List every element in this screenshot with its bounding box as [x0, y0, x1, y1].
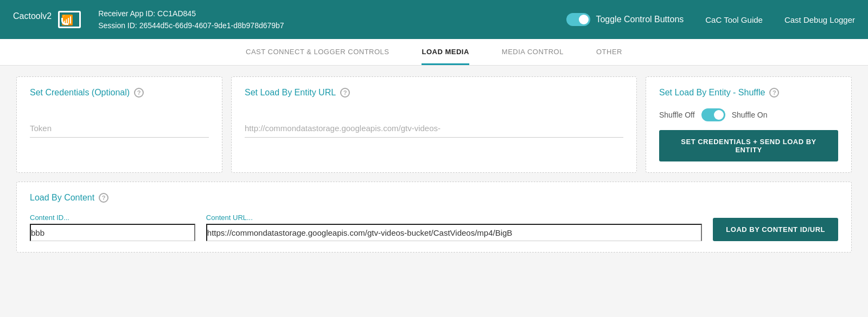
entity-url-card: Set Load By Entity URL ?	[231, 76, 637, 173]
entity-url-title-text: Set Load By Entity URL	[245, 88, 336, 98]
toggle-label: Toggle Control Buttons	[596, 15, 684, 24]
tab-other[interactable]: OTHER	[596, 39, 622, 65]
receiver-label: Receiver App ID:	[98, 9, 155, 18]
toggle-area: Toggle Control Buttons	[566, 13, 684, 26]
credentials-help-icon[interactable]: ?	[134, 88, 144, 98]
header-links: CaC Tool Guide Cast Debug Logger	[705, 15, 855, 24]
session-info: Session ID: 26544d5c-66d9-4607-9de1-d8b9…	[98, 20, 556, 31]
receiver-info: Receiver App ID: CC1AD845	[98, 8, 556, 20]
load-content-row: Content ID... Content URL... LOAD BY CON…	[30, 214, 838, 241]
main-tabs: CAST CONNECT & LOGGER CONTROLS LOAD MEDI…	[0, 39, 868, 66]
tab-cast-connect[interactable]: CAST CONNECT & LOGGER CONTROLS	[246, 39, 389, 65]
cast-icon: 📶	[58, 11, 81, 28]
logo-name-text: Cactool	[13, 11, 42, 21]
app-logo: Cactoolv2	[13, 11, 52, 28]
content-url-col: Content URL...	[206, 214, 703, 241]
tab-media-control[interactable]: MEDIA CONTROL	[502, 39, 564, 65]
content-id-col: Content ID...	[30, 214, 195, 241]
load-content-card-title: Load By Content ?	[30, 193, 838, 203]
shuffle-off-label: Shuffle Off	[659, 111, 695, 119]
shuffle-title-text: Set Load By Entity - Shuffle	[659, 88, 765, 98]
token-input[interactable]	[30, 119, 209, 138]
logo-version: v2	[42, 11, 52, 21]
shuffle-toggle-row: Shuffle Off Shuffle On	[659, 108, 838, 121]
credentials-title-text: Set Credentials (Optional)	[30, 88, 130, 98]
toggle-control-buttons[interactable]	[566, 13, 590, 26]
entity-url-input[interactable]	[245, 119, 623, 138]
app-header: Cactoolv2 📶 Receiver App ID: CC1AD845 Se…	[0, 0, 868, 39]
cast-debug-logger-link[interactable]: Cast Debug Logger	[784, 15, 855, 24]
tab-load-media[interactable]: LOAD MEDIA	[422, 39, 469, 65]
content-url-label: Content URL...	[206, 214, 703, 222]
main-content: Set Credentials (Optional) ? Set Load By…	[0, 66, 868, 263]
send-load-by-entity-button[interactable]: SET CREDENTIALS + SEND LOAD BY ENTITY	[659, 130, 838, 161]
shuffle-help-icon[interactable]: ?	[769, 88, 779, 98]
receiver-id: CC1AD845	[157, 9, 196, 18]
wifi-icon: 📶	[61, 15, 73, 25]
top-cards-row: Set Credentials (Optional) ? Set Load By…	[16, 76, 852, 173]
shuffle-on-label: Shuffle On	[732, 111, 768, 119]
credentials-card-title: Set Credentials (Optional) ?	[30, 88, 209, 98]
load-content-card: Load By Content ? Content ID... Content …	[16, 182, 852, 253]
entity-url-card-title: Set Load By Entity URL ?	[245, 88, 623, 98]
entity-url-help-icon[interactable]: ?	[340, 88, 350, 98]
shuffle-card-title: Set Load By Entity - Shuffle ?	[659, 88, 838, 98]
load-content-title-text: Load By Content	[30, 193, 94, 203]
content-id-input[interactable]	[30, 224, 195, 241]
content-id-label: Content ID...	[30, 214, 195, 222]
load-content-help-icon[interactable]: ?	[99, 193, 108, 203]
header-info: Receiver App ID: CC1AD845 Session ID: 26…	[98, 8, 556, 32]
load-content-button[interactable]: LOAD BY CONTENT ID/URL	[713, 218, 838, 241]
shuffle-toggle[interactable]	[701, 108, 725, 121]
shuffle-card: Set Load By Entity - Shuffle ? Shuffle O…	[646, 76, 852, 173]
session-label: Session ID:	[98, 21, 137, 30]
logo-area: Cactoolv2 📶	[13, 11, 81, 28]
content-url-input[interactable]	[206, 224, 703, 241]
cac-tool-guide-link[interactable]: CaC Tool Guide	[705, 15, 763, 24]
session-id: 26544d5c-66d9-4607-9de1-d8b978d679b7	[139, 21, 284, 30]
credentials-card: Set Credentials (Optional) ?	[16, 76, 222, 173]
